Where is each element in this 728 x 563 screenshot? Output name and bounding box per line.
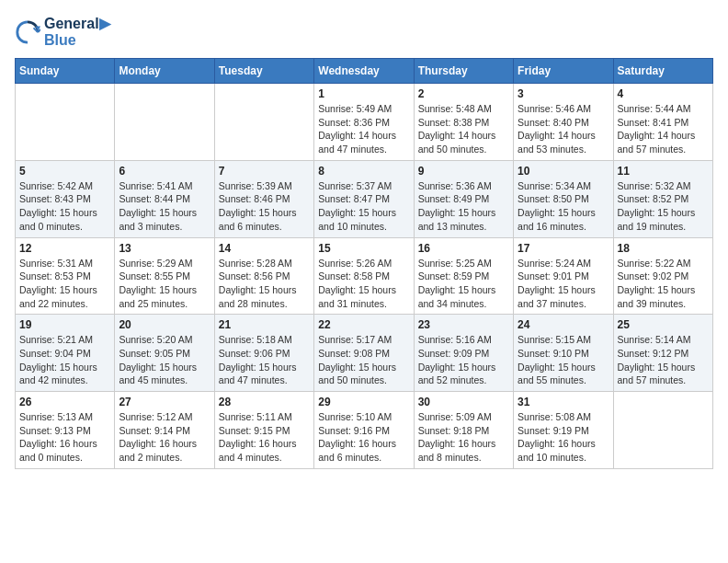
day-number: 19 [19,318,110,331]
day-info: Sunrise: 5:28 AMSunset: 8:56 PMDaylight:… [219,257,310,311]
day-number: 16 [418,242,509,255]
column-header-sunday: Sunday [16,59,115,84]
logo-icon [15,19,40,45]
day-info: Sunrise: 5:21 AMSunset: 9:04 PMDaylight:… [19,333,110,387]
calendar-cell [16,84,115,161]
day-number: 6 [119,165,210,178]
day-number: 13 [119,242,210,255]
calendar-cell: 2Sunrise: 5:48 AMSunset: 8:38 PMDaylight… [414,84,513,161]
calendar-cell: 13Sunrise: 5:29 AMSunset: 8:55 PMDayligh… [115,237,214,315]
day-info: Sunrise: 5:26 AMSunset: 8:58 PMDaylight:… [318,257,409,311]
day-info: Sunrise: 5:32 AMSunset: 8:52 PMDaylight:… [618,179,709,234]
day-number: 2 [418,87,509,100]
day-info: Sunrise: 5:24 AMSunset: 9:01 PMDaylight:… [518,257,609,311]
calendar-cell: 30Sunrise: 5:09 AMSunset: 9:18 PMDayligh… [414,392,513,469]
calendar-cell: 8Sunrise: 5:37 AMSunset: 8:47 PMDaylight… [314,160,414,237]
column-header-saturday: Saturday [613,59,712,84]
calendar-cell: 25Sunrise: 5:14 AMSunset: 9:12 PMDayligh… [613,315,712,392]
calendar-cell: 6Sunrise: 5:41 AMSunset: 8:44 PMDaylight… [115,160,214,237]
day-info: Sunrise: 5:29 AMSunset: 8:55 PMDaylight:… [119,257,210,311]
day-number: 28 [219,396,310,408]
column-header-thursday: Thursday [414,59,513,84]
day-info: Sunrise: 5:13 AMSunset: 9:13 PMDaylight:… [19,410,110,465]
day-info: Sunrise: 5:20 AMSunset: 9:05 PMDaylight:… [119,333,210,387]
calendar-body: 1Sunrise: 5:49 AMSunset: 8:36 PMDaylight… [16,84,713,469]
calendar-cell: 15Sunrise: 5:26 AMSunset: 8:58 PMDayligh… [314,237,414,315]
day-number: 27 [119,396,210,408]
day-number: 30 [418,396,509,408]
day-number: 21 [219,318,310,331]
day-info: Sunrise: 5:31 AMSunset: 8:53 PMDaylight:… [19,257,110,311]
day-number: 14 [219,242,310,255]
column-header-friday: Friday [514,59,613,84]
week-row-4: 19Sunrise: 5:21 AMSunset: 9:04 PMDayligh… [16,315,713,392]
logo: General▶ Blue [15,15,110,49]
calendar-cell: 20Sunrise: 5:20 AMSunset: 9:05 PMDayligh… [115,315,214,392]
day-number: 22 [318,318,409,331]
calendar-cell: 17Sunrise: 5:24 AMSunset: 9:01 PMDayligh… [514,237,613,315]
day-number: 7 [219,165,310,178]
calendar-cell: 28Sunrise: 5:11 AMSunset: 9:15 PMDayligh… [214,392,313,469]
day-info: Sunrise: 5:08 AMSunset: 9:19 PMDaylight:… [518,410,609,465]
day-number: 23 [418,318,509,331]
calendar-cell: 3Sunrise: 5:46 AMSunset: 8:40 PMDaylight… [514,84,613,161]
day-info: Sunrise: 5:09 AMSunset: 9:18 PMDaylight:… [418,410,509,465]
day-number: 10 [518,165,609,178]
calendar-cell: 9Sunrise: 5:36 AMSunset: 8:49 PMDaylight… [414,160,513,237]
day-number: 17 [518,242,609,255]
week-row-2: 5Sunrise: 5:42 AMSunset: 8:43 PMDaylight… [16,160,713,237]
calendar-cell: 24Sunrise: 5:15 AMSunset: 9:10 PMDayligh… [514,315,613,392]
day-info: Sunrise: 5:41 AMSunset: 8:44 PMDaylight:… [119,179,210,234]
day-info: Sunrise: 5:49 AMSunset: 8:36 PMDaylight:… [318,102,409,156]
day-info: Sunrise: 5:15 AMSunset: 9:10 PMDaylight:… [518,333,609,387]
day-number: 9 [418,165,509,178]
day-info: Sunrise: 5:17 AMSunset: 9:08 PMDaylight:… [318,333,409,387]
day-info: Sunrise: 5:25 AMSunset: 8:59 PMDaylight:… [418,257,509,311]
calendar-cell: 1Sunrise: 5:49 AMSunset: 8:36 PMDaylight… [314,84,414,161]
calendar-table: SundayMondayTuesdayWednesdayThursdayFrid… [15,58,713,469]
calendar-cell [115,84,214,161]
calendar-cell: 26Sunrise: 5:13 AMSunset: 9:13 PMDayligh… [16,392,115,469]
calendar-cell: 19Sunrise: 5:21 AMSunset: 9:04 PMDayligh… [16,315,115,392]
day-info: Sunrise: 5:36 AMSunset: 8:49 PMDaylight:… [418,179,509,234]
day-info: Sunrise: 5:46 AMSunset: 8:40 PMDaylight:… [518,102,609,156]
day-info: Sunrise: 5:44 AMSunset: 8:41 PMDaylight:… [618,102,709,156]
day-number: 25 [618,318,709,331]
day-info: Sunrise: 5:42 AMSunset: 8:43 PMDaylight:… [19,179,110,234]
day-number: 26 [19,396,110,408]
calendar-cell: 12Sunrise: 5:31 AMSunset: 8:53 PMDayligh… [16,237,115,315]
day-number: 11 [618,165,709,178]
day-number: 18 [618,242,709,255]
calendar-cell: 5Sunrise: 5:42 AMSunset: 8:43 PMDaylight… [16,160,115,237]
day-info: Sunrise: 5:14 AMSunset: 9:12 PMDaylight:… [618,333,709,387]
day-info: Sunrise: 5:22 AMSunset: 9:02 PMDaylight:… [618,257,709,311]
day-number: 24 [518,318,609,331]
day-info: Sunrise: 5:39 AMSunset: 8:46 PMDaylight:… [219,179,310,234]
day-number: 8 [318,165,409,178]
calendar-cell: 18Sunrise: 5:22 AMSunset: 9:02 PMDayligh… [613,237,712,315]
day-info: Sunrise: 5:48 AMSunset: 8:38 PMDaylight:… [418,102,509,156]
day-number: 12 [19,242,110,255]
calendar-cell [613,392,712,469]
day-number: 15 [318,242,409,255]
calendar-cell: 29Sunrise: 5:10 AMSunset: 9:16 PMDayligh… [314,392,414,469]
column-header-wednesday: Wednesday [314,59,414,84]
week-row-5: 26Sunrise: 5:13 AMSunset: 9:13 PMDayligh… [16,392,713,469]
calendar-header-row: SundayMondayTuesdayWednesdayThursdayFrid… [16,59,713,84]
calendar-cell: 23Sunrise: 5:16 AMSunset: 9:09 PMDayligh… [414,315,513,392]
day-info: Sunrise: 5:37 AMSunset: 8:47 PMDaylight:… [318,179,409,234]
day-info: Sunrise: 5:10 AMSunset: 9:16 PMDaylight:… [318,410,409,465]
day-number: 3 [518,87,609,100]
header: General▶ Blue [15,15,713,49]
day-info: Sunrise: 5:12 AMSunset: 9:14 PMDaylight:… [119,410,210,465]
day-info: Sunrise: 5:34 AMSunset: 8:50 PMDaylight:… [518,179,609,234]
calendar-cell: 4Sunrise: 5:44 AMSunset: 8:41 PMDaylight… [613,84,712,161]
calendar-cell: 27Sunrise: 5:12 AMSunset: 9:14 PMDayligh… [115,392,214,469]
calendar-cell: 7Sunrise: 5:39 AMSunset: 8:46 PMDaylight… [214,160,313,237]
calendar-cell: 22Sunrise: 5:17 AMSunset: 9:08 PMDayligh… [314,315,414,392]
calendar-cell: 21Sunrise: 5:18 AMSunset: 9:06 PMDayligh… [214,315,313,392]
week-row-1: 1Sunrise: 5:49 AMSunset: 8:36 PMDaylight… [16,84,713,161]
day-info: Sunrise: 5:11 AMSunset: 9:15 PMDaylight:… [219,410,310,465]
calendar-cell [214,84,313,161]
logo-text: General▶ Blue [44,15,110,49]
